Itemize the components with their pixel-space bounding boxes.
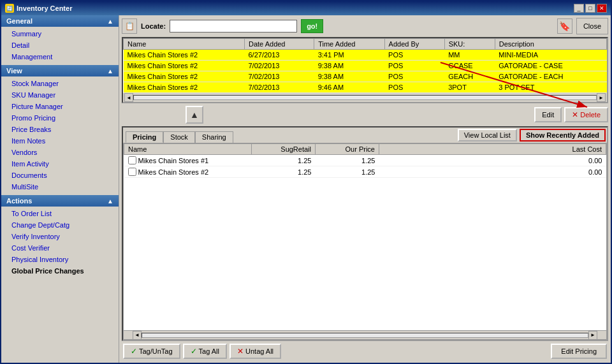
sidebar: General ▲ Summary Detail Management View…	[1, 15, 119, 363]
close-toolbar-button[interactable]: Close	[576, 18, 608, 34]
scroll-left-btn-bottom[interactable]: ◄	[133, 331, 142, 340]
cell-name: Mikes Chain Stores #2	[124, 82, 245, 93]
tag-untag-button[interactable]: ✓ Tag/UnTag	[123, 344, 180, 359]
window-close-button[interactable]: ✕	[597, 4, 607, 13]
cell-sku: 3POT	[444, 82, 495, 93]
edit-button[interactable]: Edit	[534, 107, 562, 122]
row-checkbox[interactable]	[128, 156, 136, 164]
sidebar-item-summary[interactable]: Summary	[1, 28, 119, 40]
cell-time-added: 9:38 AM	[314, 61, 384, 71]
delete-label: Delete	[580, 111, 601, 119]
app-icon: 🔄	[5, 4, 14, 13]
locate-label: Locate:	[141, 22, 166, 30]
sidebar-section-actions: Actions ▲ To Order List Change Dept/Catg…	[1, 195, 119, 277]
bottom-table: Name SugRetail Our Price Last Cost Mikes…	[124, 143, 606, 178]
cell-bottom-name: Mikes Chain Stores #2	[124, 166, 252, 178]
tab-sharing[interactable]: Sharing	[195, 131, 233, 143]
sidebar-item-price-breaks[interactable]: Price Breaks	[1, 124, 119, 135]
bottom-col-our-price: Our Price	[316, 144, 379, 155]
sidebar-item-documents[interactable]: Documents	[1, 170, 119, 181]
sidebar-item-physical-inventory[interactable]: Physical Inventory	[1, 254, 119, 265]
cell-last-cost: 0.00	[379, 166, 606, 178]
sidebar-item-cost-verifier[interactable]: Cost Verifier	[1, 242, 119, 254]
show-recently-added-button[interactable]: Show Recently Added	[520, 129, 606, 142]
cell-description: MINI-MEDIA	[495, 50, 606, 61]
close-toolbar-label: Close	[583, 22, 601, 30]
sidebar-item-multisite[interactable]: MultiSite	[1, 181, 119, 193]
top-table-row[interactable]: Mikes Chain Stores #2 6/27/2013 3:41 PM …	[124, 50, 607, 61]
top-table-container: Name Date Added Time Added Added By SKU:…	[122, 37, 608, 103]
sidebar-item-promo-pricing[interactable]: Promo Pricing	[1, 112, 119, 124]
title-bar-left: 🔄 Inventory Center	[5, 4, 72, 13]
sidebar-section-label-view: View	[6, 67, 22, 75]
checkbox-label[interactable]: Mikes Chain Stores #2	[128, 168, 248, 176]
maximize-button[interactable]: □	[585, 4, 595, 13]
bookmark-icon: 🔖	[557, 18, 572, 34]
checkbox-label[interactable]: Mikes Chain Stores #1	[128, 156, 248, 164]
sidebar-item-change-dept[interactable]: Change Dept/Catg	[1, 219, 119, 231]
tab-pricing[interactable]: Pricing	[126, 131, 163, 143]
delete-icon: ✕	[572, 110, 578, 119]
cell-sku: MM	[444, 50, 495, 61]
top-table-row[interactable]: Mikes Chain Stores #2 7/02/2013 9:38 AM …	[124, 71, 607, 82]
cell-date-added: 6/27/2013	[245, 50, 314, 61]
right-action-buttons: Edit ✕ Delete	[534, 107, 608, 122]
sidebar-header-view[interactable]: View ▲	[1, 65, 119, 76]
sidebar-item-item-notes[interactable]: Item Notes	[1, 135, 119, 147]
col-sku: SKU:	[444, 39, 495, 50]
sidebar-item-vendors[interactable]: Vendors	[1, 147, 119, 158]
sidebar-section-general: General ▲ Summary Detail Management	[1, 15, 119, 62]
upload-button[interactable]: ▲	[186, 106, 203, 124]
minimize-button[interactable]: _	[574, 4, 584, 13]
sidebar-item-to-order-list[interactable]: To Order List	[1, 208, 119, 219]
bottom-table-row[interactable]: Mikes Chain Stores #2 1.25 1.25 0.00	[124, 166, 606, 178]
cell-description: 3 POT SET	[495, 82, 606, 93]
sidebar-item-stock-manager[interactable]: Stock Manager	[1, 78, 119, 89]
delete-button[interactable]: ✕ Delete	[564, 107, 608, 122]
edit-pricing-button[interactable]: Edit Pricing	[551, 344, 607, 359]
sidebar-item-management[interactable]: Management	[1, 51, 119, 62]
tag-untag-label: Tag/UnTag	[139, 347, 173, 355]
x-icon-untag: ✕	[237, 347, 244, 356]
top-table-row[interactable]: Mikes Chain Stores #2 7/02/2013 9:46 AM …	[124, 82, 607, 93]
tabs-area: Pricing Stock Sharing View Local List Sh…	[122, 126, 608, 341]
sidebar-item-verify-inventory[interactable]: Verify Inventory	[1, 231, 119, 242]
go-button[interactable]: go!	[301, 19, 323, 33]
horizontal-scrollbar-bottom[interactable]: ◄ ►	[124, 330, 606, 339]
tab-content-pricing: Name SugRetail Our Price Last Cost Mikes…	[123, 143, 607, 340]
cell-added-by: POS	[384, 82, 444, 93]
view-local-list-button[interactable]: View Local List	[458, 129, 517, 142]
bottom-table-row[interactable]: Mikes Chain Stores #1 1.25 1.25 0.00	[124, 155, 606, 166]
top-table-row[interactable]: Mikes Chain Stores #2 7/02/2013 9:38 AM …	[124, 61, 607, 71]
sidebar-item-picture-manager[interactable]: Picture Manager	[1, 101, 119, 112]
footer-left-buttons: ✓ Tag/UnTag ✓ Tag All ✕ Untag All	[123, 344, 281, 359]
sidebar-item-detail[interactable]: Detail	[1, 40, 119, 51]
cell-added-by: POS	[384, 71, 444, 82]
cell-time-added: 9:38 AM	[314, 71, 384, 82]
scroll-left-btn-top[interactable]: ◄	[124, 93, 133, 102]
cell-sug-retail: 1.25	[252, 166, 316, 178]
scroll-right-btn-top[interactable]: ►	[597, 93, 606, 102]
sidebar-header-actions[interactable]: Actions ▲	[1, 195, 119, 207]
bottom-table-wrapper[interactable]: Name SugRetail Our Price Last Cost Mikes…	[124, 143, 606, 330]
row-checkbox[interactable]	[128, 168, 136, 176]
main-window: 🔄 Inventory Center _ □ ✕ General ▲ Summa…	[0, 0, 612, 364]
cell-added-by: POS	[384, 61, 444, 71]
tag-all-button[interactable]: ✓ Tag All	[183, 344, 227, 359]
col-description: Description	[495, 39, 606, 50]
horizontal-scrollbar-top[interactable]: ◄ ►	[123, 93, 607, 102]
sidebar-item-global-price-changes[interactable]: Global Price Changes	[1, 265, 119, 277]
untag-all-button[interactable]: ✕ Untag All	[229, 344, 281, 359]
tab-bar: Pricing Stock Sharing	[124, 130, 235, 143]
sidebar-header-general[interactable]: General ▲	[1, 15, 119, 27]
sidebar-item-item-activity[interactable]: Item Activity	[1, 158, 119, 170]
top-table-wrapper[interactable]: Name Date Added Time Added Added By SKU:…	[123, 38, 607, 93]
tab-stock[interactable]: Stock	[163, 131, 195, 143]
bottom-col-name: Name	[124, 144, 252, 155]
scroll-right-btn-bottom[interactable]: ►	[588, 331, 597, 340]
sidebar-item-sku-manager[interactable]: SKU Manager	[1, 89, 119, 101]
sidebar-section-view: View ▲ Stock Manager SKU Manager Picture…	[1, 65, 119, 193]
locate-input[interactable]	[170, 20, 297, 33]
cell-name: Mikes Chain Stores #2	[124, 61, 245, 71]
main-content: General ▲ Summary Detail Management View…	[1, 15, 611, 363]
